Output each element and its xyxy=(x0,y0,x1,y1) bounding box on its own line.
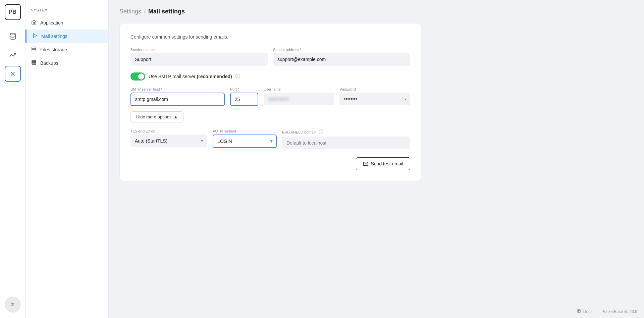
port-label: Port* xyxy=(230,87,258,91)
password-label: Password xyxy=(339,87,410,91)
sender-name-label: Sender name* xyxy=(130,48,268,52)
port-input[interactable] xyxy=(230,93,258,106)
advanced-options-row: TLS encryption None Auto (StartTLS) Alwa… xyxy=(130,129,410,149)
svg-marker-3 xyxy=(33,34,36,38)
username-label: Username xyxy=(264,87,334,91)
tls-encryption-label: TLS encryption xyxy=(130,129,207,133)
smtp-toggle[interactable] xyxy=(130,72,145,81)
backups-icon xyxy=(31,60,37,66)
logo-button[interactable]: PB xyxy=(5,4,21,20)
ehlo-domain-input[interactable] xyxy=(282,137,410,149)
tls-encryption-group: TLS encryption None Auto (StartTLS) Alwa… xyxy=(130,129,207,147)
sidebar-item-application-label: Application xyxy=(40,20,63,25)
smtp-host-required: * xyxy=(161,87,162,91)
auth-select-wrapper: LOGIN PLAIN CRAM-MD5 ▼ xyxy=(213,135,277,148)
hide-options-label: Hide more options xyxy=(136,114,172,119)
sender-name-group: Sender name* xyxy=(130,48,268,66)
sender-address-label: Sender address* xyxy=(273,48,410,52)
footer-separator: | xyxy=(596,309,597,314)
password-input-wrapper: 🗝 xyxy=(339,93,410,105)
sidebar: System Application Mail settings Files xyxy=(25,0,109,318)
ehlo-info-icon[interactable]: ⓘ xyxy=(319,129,323,135)
home-icon xyxy=(31,19,37,26)
sidebar-section-title: System xyxy=(25,8,108,16)
hide-more-options-button[interactable]: Hide more options ▲ xyxy=(130,111,183,122)
ehlo-domain-label: EHLO/HELO domain ⓘ xyxy=(282,129,410,135)
action-row: Send test email xyxy=(130,157,410,170)
auth-method-label: AUTH method xyxy=(213,129,277,133)
breadcrumb-current: Mail settings xyxy=(148,8,185,15)
breadcrumb-parent[interactable]: Settings xyxy=(119,8,141,15)
user-badge[interactable]: 2 xyxy=(5,297,21,313)
breadcrumb-separator: / xyxy=(144,8,146,15)
sender-address-group: Sender address* xyxy=(273,48,410,66)
auth-method-group: AUTH method LOGIN PLAIN CRAM-MD5 ▼ xyxy=(213,129,277,148)
docs-icon xyxy=(577,309,581,313)
smtp-port-group: Port* xyxy=(230,87,258,106)
chevron-up-icon: ▲ xyxy=(174,114,178,119)
icon-bar: PB 2 xyxy=(0,0,25,318)
sender-address-required: * xyxy=(300,48,301,52)
sidebar-item-files-storage-label: Files storage xyxy=(40,47,67,52)
smtp-fields-row: SMTP server host* Port* Username Passwor… xyxy=(130,87,410,106)
icon-bar-analytics[interactable] xyxy=(5,47,21,63)
password-input[interactable] xyxy=(339,93,410,105)
username-input[interactable] xyxy=(264,93,334,105)
smtp-host-group: SMTP server host* xyxy=(130,87,225,106)
smtp-host-label: SMTP server host* xyxy=(130,87,225,91)
tls-encryption-select[interactable]: None Auto (StartTLS) Always xyxy=(130,135,207,147)
sidebar-item-backups-label: Backups xyxy=(40,60,58,66)
smtp-host-input[interactable] xyxy=(130,93,225,106)
email-icon xyxy=(363,161,368,166)
docs-link[interactable]: Docs xyxy=(577,309,592,314)
smtp-toggle-row: Use SMTP mail server (recommended) ⓘ xyxy=(130,72,410,81)
play-icon xyxy=(32,33,38,40)
smtp-info-icon[interactable]: ⓘ xyxy=(235,73,240,80)
sidebar-item-application[interactable]: Application xyxy=(25,16,108,30)
port-required: * xyxy=(237,87,239,91)
icon-bar-settings[interactable] xyxy=(5,66,21,82)
footer: Docs | PocketBase v0.23.9 xyxy=(577,309,637,314)
sidebar-item-backups[interactable]: Backups xyxy=(25,56,108,70)
sender-row: Sender name* Sender address* xyxy=(130,48,410,66)
card-description: Configure common settings for sending em… xyxy=(130,34,410,40)
sender-address-input[interactable] xyxy=(273,53,410,66)
version-label: PocketBase v0.23.9 xyxy=(601,309,637,314)
send-test-email-label: Send test email xyxy=(371,161,404,166)
svg-rect-12 xyxy=(578,310,581,313)
svg-rect-4 xyxy=(32,47,36,51)
sidebar-item-files-storage[interactable]: Files storage xyxy=(25,43,108,56)
sidebar-item-mail-settings-label: Mail settings xyxy=(41,34,67,39)
smtp-toggle-label: Use SMTP mail server (recommended) xyxy=(149,74,232,79)
username-group: Username xyxy=(264,87,334,105)
icon-bar-database[interactable] xyxy=(5,28,21,44)
main-content: Settings / Mail settings Configure commo… xyxy=(109,0,644,318)
breadcrumb: Settings / Mail settings xyxy=(119,8,633,15)
tls-select-wrapper: None Auto (StartTLS) Always ▼ xyxy=(130,135,207,147)
ehlo-domain-group: EHLO/HELO domain ⓘ xyxy=(282,129,410,149)
send-test-email-button[interactable]: Send test email xyxy=(356,157,411,170)
password-group: Password 🗝 xyxy=(339,87,410,105)
settings-card: Configure common settings for sending em… xyxy=(119,23,421,181)
svg-point-0 xyxy=(10,33,15,35)
sender-name-input[interactable] xyxy=(130,53,268,66)
sender-name-required: * xyxy=(153,48,155,52)
sidebar-item-mail-settings[interactable]: Mail settings xyxy=(25,30,108,43)
storage-icon xyxy=(31,46,37,53)
password-visibility-icon[interactable]: 🗝 xyxy=(401,96,407,102)
auth-method-select[interactable]: LOGIN PLAIN CRAM-MD5 xyxy=(213,135,277,148)
